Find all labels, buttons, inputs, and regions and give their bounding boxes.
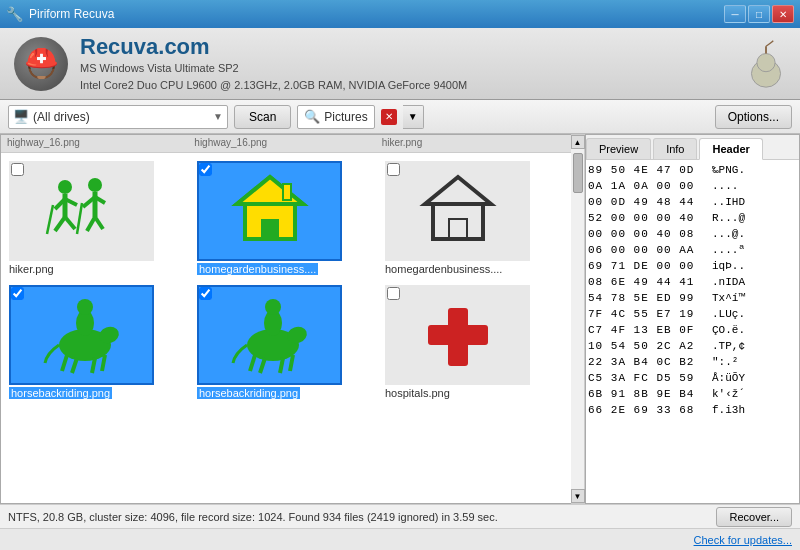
file-name: hospitals.png [385,387,450,399]
hex-ascii: .TP,¢ [708,338,745,354]
check-updates-link[interactable]: Check for updates... [694,534,792,546]
hex-bytes: 54 78 5E ED 99 [588,290,708,306]
svg-rect-48 [428,325,488,345]
hex-row: 52 00 00 00 40R...@ [588,210,797,226]
svg-point-11 [88,178,102,192]
hex-row: 00 0D 49 48 44..IHD [588,194,797,210]
window-title: Piriform Recuva [29,7,724,21]
logo-circle: ⛑️ [14,37,68,91]
thumbnail [9,285,154,385]
maximize-button[interactable]: □ [748,5,770,23]
hex-ascii: R...@ [708,210,745,226]
file-name: hiker.png [9,263,54,275]
tab-info[interactable]: Info [653,138,697,159]
list-item[interactable]: hospitals.png [381,281,567,403]
hex-row: 69 71 DE 00 00iqÞ.. [588,258,797,274]
file-name: homegardenbusiness.... [385,263,502,275]
hex-bytes: C5 3A FC D5 59 [588,370,708,386]
col-header-1: highway_16.png [5,136,192,151]
file-type-filter: 🔍 Pictures [297,105,374,129]
clear-filter-button[interactable]: ✕ [381,109,397,125]
list-item[interactable]: homegardenbusiness.... [193,157,379,279]
hex-view: 89 50 4E 47 0D‰PNG.0A 1A 0A 00 00....00 … [586,160,799,503]
svg-point-41 [265,299,281,315]
file-name: horsebackriding.png [9,387,112,399]
hex-ascii: ..IHD [708,194,745,210]
hex-ascii: ...@. [708,226,745,242]
hex-ascii: k'‹ž´ [708,386,745,402]
app-header: ⛑️ Recuva.com MS Windows Vista Ultimate … [0,28,800,100]
file-checkbox[interactable] [199,163,212,176]
tab-preview[interactable]: Preview [586,138,651,159]
minimize-button[interactable]: ─ [724,5,746,23]
file-checkbox[interactable] [199,287,212,300]
thumbnail [385,161,530,261]
hex-row: 66 2E 69 33 68f.i3h [588,402,797,418]
hex-bytes: C7 4F 13 EB 0F [588,322,708,338]
thumbnail [385,285,530,385]
hex-row: C7 4F 13 EB 0FÇO.ë. [588,322,797,338]
hex-bytes: 22 3A B4 0C B2 [588,354,708,370]
hex-row: 08 6E 49 44 41.nIDA [588,274,797,290]
file-grid: hiker.png [1,153,571,503]
hex-bytes: 66 2E 69 33 68 [588,402,708,418]
status-bar: NTFS, 20.8 GB, cluster size: 4096, file … [0,504,800,528]
list-item[interactable]: horsebackriding.png [5,281,191,403]
thumbnail [9,161,154,261]
app-name: Recuva.com [80,34,746,60]
app-icon: 🔧 [6,6,23,22]
hex-row: 06 00 00 00 AA....ª [588,242,797,258]
hex-ascii: ‰PNG. [708,162,745,178]
close-button[interactable]: ✕ [772,5,794,23]
hex-row: C5 3A FC D5 59Å:üÕY [588,370,797,386]
hex-ascii: iqÞ.. [708,258,745,274]
hex-ascii: f.i3h [708,402,745,418]
drive-dropdown-arrow: ▼ [213,111,223,122]
toolbar: 🖥️ (All drives) ▼ Scan 🔍 Pictures ✕ ▼ Op… [0,100,800,134]
recover-button[interactable]: Recover... [716,507,792,527]
app-title-block: Recuva.com MS Windows Vista Ultimate SP2… [80,34,746,93]
title-bar: 🔧 Piriform Recuva ─ □ ✕ [0,0,800,28]
hex-ascii: Å:üÕY [708,370,745,386]
file-panel-scrollbar[interactable]: ▲ ▼ [571,134,585,504]
preview-panel: Preview Info Header 89 50 4E 47 0D‰PNG.0… [585,134,800,504]
svg-rect-24 [413,169,503,254]
file-checkbox[interactable] [11,163,24,176]
list-item[interactable]: horsebackriding.png [193,281,379,403]
scan-button[interactable]: Scan [234,105,291,129]
hex-row: 10 54 50 2C A2.TP,¢ [588,338,797,354]
svg-point-32 [77,299,93,315]
file-checkbox[interactable] [387,163,400,176]
file-name: horsebackriding.png [197,387,300,399]
drive-selector[interactable]: 🖥️ (All drives) ▼ [8,105,228,129]
tab-header[interactable]: Header [699,138,762,160]
hex-row: 00 00 00 40 08...@. [588,226,797,242]
preview-tabs: Preview Info Header [586,135,799,160]
hex-ascii: Tx^í™ [708,290,745,306]
drive-label: (All drives) [33,110,213,124]
scroll-down-arrow[interactable]: ▼ [571,489,585,503]
list-item[interactable]: homegardenbusiness.... [381,157,567,279]
file-panel: highway_16.png highway_16.png hiker.png [0,134,571,504]
scroll-thumb[interactable] [573,153,583,193]
main-content: highway_16.png highway_16.png hiker.png [0,134,800,504]
file-type-dropdown-button[interactable]: ▼ [403,105,424,129]
options-button[interactable]: Options... [715,105,792,129]
app-logo: ⛑️ [14,37,68,91]
file-checkbox[interactable] [387,287,400,300]
hex-bytes: 7F 4C 55 E7 19 [588,306,708,322]
file-checkbox[interactable] [11,287,24,300]
search-icon: 🔍 [304,109,320,124]
thumbnail [197,285,342,385]
hex-ascii: ÇO.ë. [708,322,745,338]
hex-bytes: 06 00 00 00 AA [588,242,708,258]
hex-bytes: 6B 91 8B 9E B4 [588,386,708,402]
scroll-up-arrow[interactable]: ▲ [571,135,585,149]
hex-row: 22 3A B4 0C B2":.² [588,354,797,370]
list-item[interactable]: hiker.png [5,157,191,279]
hex-bytes: 89 50 4E 47 0D [588,162,708,178]
svg-point-1 [757,53,775,71]
hex-bytes: 00 00 00 40 08 [588,226,708,242]
hex-bytes: 52 00 00 00 40 [588,210,708,226]
file-column-headers: highway_16.png highway_16.png hiker.png [1,135,571,153]
